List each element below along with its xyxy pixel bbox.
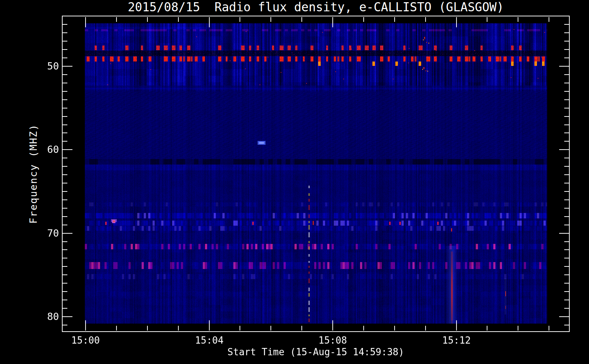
y-axis-label-text: Frequency (MHZ) [28, 124, 39, 224]
x-tick-label: 15:12 [431, 335, 482, 346]
plot-border [62, 16, 570, 332]
y-axis-label: Frequency (MHZ) [27, 16, 40, 332]
x-tick-label: 15:08 [307, 335, 358, 346]
y-tick-label: 50 [37, 60, 59, 72]
x-tick-label: 15:00 [60, 335, 111, 346]
y-tick-label: 80 [37, 310, 59, 323]
spectrogram-page: 2015/08/15 Radio flux density, e-CALLIST… [0, 0, 589, 364]
x-axis-label: Start Time (15-Aug-15 14:59:38) [62, 347, 570, 357]
y-tick-label: 70 [37, 227, 59, 240]
page-title: 2015/08/15 Radio flux density, e-CALLIST… [62, 0, 570, 15]
x-tick-label: 15:04 [184, 335, 235, 346]
y-tick-label: 60 [37, 143, 59, 156]
